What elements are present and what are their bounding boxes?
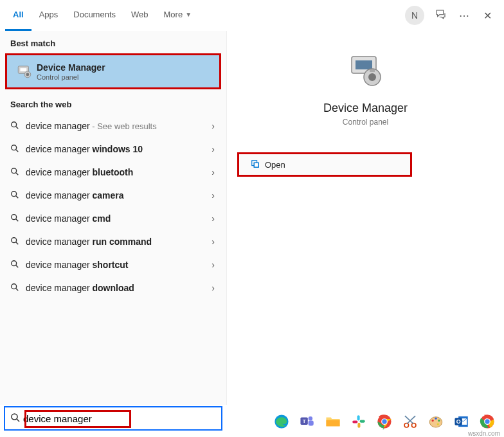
svg-point-32 bbox=[309, 416, 313, 421]
best-match-subtitle: Control panel bbox=[37, 73, 212, 81]
web-result-5[interactable]: device manager run command› bbox=[0, 230, 226, 253]
svg-point-43 bbox=[411, 423, 416, 427]
svg-line-45 bbox=[407, 416, 415, 424]
web-result-0[interactable]: device manager - See web results› bbox=[0, 114, 226, 138]
svg-point-14 bbox=[12, 237, 17, 242]
svg-line-13 bbox=[16, 219, 19, 221]
best-match-label: Best match bbox=[0, 31, 226, 53]
more-icon[interactable]: ⋯ bbox=[458, 10, 471, 22]
results-panel: Best match Device Manager Control panel … bbox=[0, 31, 226, 405]
search-icon bbox=[8, 121, 22, 132]
svg-line-28 bbox=[17, 419, 19, 422]
content-area: Best match Device Manager Control panel … bbox=[0, 31, 504, 405]
chevron-right-icon[interactable]: › bbox=[208, 121, 219, 131]
web-result-4[interactable]: device manager cmd› bbox=[0, 207, 226, 230]
svg-line-5 bbox=[16, 126, 19, 129]
chevron-right-icon[interactable]: › bbox=[208, 283, 219, 293]
svg-point-18 bbox=[12, 283, 17, 289]
svg-line-15 bbox=[16, 242, 19, 244]
tab-more[interactable]: More▼ bbox=[156, 0, 200, 31]
preview-app-icon bbox=[345, 50, 386, 91]
svg-point-23 bbox=[368, 73, 376, 81]
teams-icon[interactable]: T bbox=[296, 410, 319, 433]
search-web-label: Search the web bbox=[0, 92, 226, 114]
search-icon bbox=[8, 167, 22, 178]
chrome-icon[interactable] bbox=[373, 410, 396, 433]
svg-rect-33 bbox=[309, 420, 314, 425]
search-icon bbox=[8, 260, 22, 271]
search-icon bbox=[8, 144, 22, 155]
svg-point-4 bbox=[12, 121, 17, 127]
search-icon bbox=[8, 213, 22, 224]
chevron-right-icon[interactable]: › bbox=[208, 167, 219, 177]
snip-icon[interactable] bbox=[399, 410, 422, 433]
svg-point-59 bbox=[485, 419, 489, 424]
web-result-text: device manager shortcut bbox=[22, 260, 208, 270]
svg-rect-37 bbox=[357, 423, 360, 428]
paint-icon[interactable] bbox=[424, 410, 447, 433]
open-action[interactable]: Open bbox=[237, 152, 412, 177]
slack-icon[interactable] bbox=[347, 410, 370, 433]
web-result-3[interactable]: device manager camera› bbox=[0, 184, 226, 207]
svg-point-42 bbox=[404, 423, 409, 427]
search-bar[interactable] bbox=[4, 406, 222, 431]
svg-rect-36 bbox=[360, 420, 365, 423]
chevron-down-icon: ▼ bbox=[185, 11, 192, 18]
svg-rect-34 bbox=[326, 420, 339, 427]
web-result-text: device manager windows 10 bbox=[22, 144, 208, 154]
preview-panel: Device Manager Control panel Open bbox=[226, 31, 504, 405]
svg-point-50 bbox=[437, 423, 439, 425]
web-result-text: device manager bluetooth bbox=[22, 167, 208, 177]
chevron-right-icon[interactable]: › bbox=[208, 236, 219, 247]
svg-line-11 bbox=[16, 195, 19, 198]
svg-point-8 bbox=[12, 168, 17, 173]
feedback-icon[interactable] bbox=[435, 8, 447, 22]
best-match-title: Device Manager bbox=[37, 62, 212, 73]
svg-rect-35 bbox=[357, 415, 360, 420]
open-label: Open bbox=[265, 160, 285, 170]
svg-point-10 bbox=[12, 191, 17, 196]
svg-line-17 bbox=[16, 265, 19, 267]
best-match-result[interactable]: Device Manager Control panel bbox=[5, 53, 221, 89]
edge-icon[interactable] bbox=[270, 410, 293, 433]
web-result-text: device manager run command bbox=[22, 236, 208, 247]
device-manager-icon bbox=[15, 62, 34, 81]
svg-point-41 bbox=[382, 419, 386, 424]
tab-web[interactable]: Web bbox=[123, 0, 156, 31]
svg-point-47 bbox=[432, 420, 434, 422]
svg-text:T: T bbox=[303, 418, 306, 424]
web-result-7[interactable]: device manager download› bbox=[0, 276, 226, 299]
svg-line-44 bbox=[405, 416, 413, 424]
open-icon bbox=[251, 159, 265, 170]
file-explorer-icon[interactable] bbox=[321, 410, 345, 433]
search-icon bbox=[10, 413, 21, 425]
tab-apps[interactable]: Apps bbox=[32, 0, 66, 31]
chevron-right-icon[interactable]: › bbox=[208, 190, 219, 201]
svg-point-27 bbox=[12, 414, 17, 420]
search-icon bbox=[8, 190, 22, 201]
user-avatar[interactable]: N bbox=[405, 6, 424, 25]
header-bar: All Apps Documents Web More▼ N ⋯ ✕ bbox=[0, 0, 504, 31]
svg-point-49 bbox=[438, 420, 440, 422]
chevron-right-icon[interactable]: › bbox=[208, 260, 219, 270]
tab-all[interactable]: All bbox=[5, 0, 32, 31]
svg-point-3 bbox=[26, 73, 29, 76]
svg-point-16 bbox=[12, 260, 17, 265]
svg-rect-21 bbox=[356, 60, 372, 69]
svg-rect-1 bbox=[21, 68, 27, 71]
close-icon[interactable]: ✕ bbox=[481, 10, 494, 22]
search-input[interactable] bbox=[21, 411, 216, 427]
tab-documents[interactable]: Documents bbox=[66, 0, 123, 31]
web-result-text: device manager - See web results bbox=[22, 121, 208, 131]
chevron-right-icon[interactable]: › bbox=[208, 144, 219, 154]
svg-rect-38 bbox=[352, 420, 357, 423]
preview-subtitle: Control panel bbox=[227, 118, 504, 127]
web-result-1[interactable]: device manager windows 10› bbox=[0, 138, 226, 161]
web-result-6[interactable]: device manager shortcut› bbox=[0, 253, 226, 276]
chevron-right-icon[interactable]: › bbox=[208, 213, 219, 224]
web-result-2[interactable]: device manager bluetooth› bbox=[0, 161, 226, 184]
web-result-text: device manager camera bbox=[22, 190, 208, 201]
svg-line-19 bbox=[16, 288, 19, 290]
svg-point-6 bbox=[12, 145, 17, 150]
web-result-text: device manager cmd bbox=[22, 213, 208, 224]
